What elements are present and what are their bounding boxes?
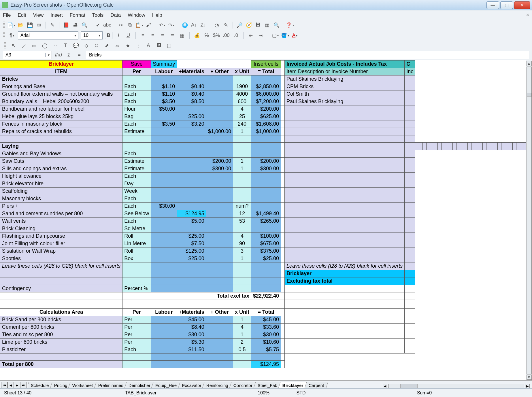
- invoice-cell[interactable]: [405, 195, 415, 203]
- stars-icon[interactable]: ★: [124, 42, 131, 49]
- sheet-tab[interactable]: Preliminaries: [94, 382, 127, 388]
- invoice-cell[interactable]: [285, 180, 405, 188]
- vertical-scrollbar[interactable]: ▲ ▼: [526, 60, 532, 380]
- underline-button[interactable]: U: [124, 32, 132, 39]
- close-button[interactable]: ✕: [514, 1, 530, 9]
- decrease-indent-icon[interactable]: ⇤: [247, 32, 254, 39]
- invoice-cell[interactable]: [486, 143, 490, 150]
- freeform-icon[interactable]: 〰: [51, 42, 59, 49]
- sum-icon[interactable]: Σ: [65, 51, 73, 59]
- function-wizard-icon[interactable]: f(x): [55, 51, 62, 59]
- maximize-button[interactable]: ▢: [500, 1, 513, 9]
- find-icon[interactable]: 🔎: [236, 21, 243, 29]
- font-color-icon[interactable]: A: [291, 32, 299, 39]
- invoice-cell[interactable]: [405, 113, 415, 120]
- line-icon[interactable]: ／: [20, 42, 28, 49]
- invoice-cell[interactable]: [285, 203, 405, 210]
- menu-window[interactable]: Window: [128, 12, 145, 18]
- invoice-cell[interactable]: [405, 324, 415, 331]
- invoice-cell[interactable]: [405, 143, 415, 150]
- add-decimal-icon[interactable]: .00: [222, 32, 230, 39]
- remove-decimal-icon[interactable]: .0: [232, 32, 240, 39]
- copy-icon[interactable]: ⧉: [126, 21, 134, 29]
- invoice-cell[interactable]: [285, 158, 405, 165]
- invoice-cell[interactable]: [405, 158, 415, 165]
- invoice-cell[interactable]: [405, 180, 415, 188]
- menu-view[interactable]: View: [33, 12, 44, 18]
- minimize-button[interactable]: —: [486, 1, 499, 9]
- sort-asc-icon[interactable]: A↓: [190, 21, 198, 29]
- scroll-left-icon[interactable]: ◀: [383, 384, 387, 388]
- print-icon[interactable]: 🖶: [71, 21, 79, 29]
- sheet-tab[interactable]: Excavator: [178, 382, 205, 388]
- invoice-cell[interactable]: Leave these cells (I28 to N28) blank for…: [285, 262, 405, 270]
- invoice-cell[interactable]: [405, 210, 415, 218]
- extrusion-icon[interactable]: ⬚: [165, 42, 173, 49]
- invoice-cell[interactable]: [285, 165, 405, 173]
- sheet-tab[interactable]: Worksheet: [68, 382, 97, 388]
- invoice-cell[interactable]: Col Smith: [285, 90, 405, 98]
- from-file-icon[interactable]: 🖼: [155, 42, 163, 49]
- invoice-cell[interactable]: [405, 285, 415, 292]
- invoice-cell[interactable]: [285, 195, 405, 203]
- menu-edit[interactable]: Edit: [18, 12, 26, 18]
- invoice-cell[interactable]: [516, 143, 520, 150]
- invoice-cell[interactable]: [405, 331, 415, 339]
- invoice-cell[interactable]: Bricklayer: [285, 270, 405, 277]
- invoice-cell[interactable]: [405, 309, 415, 316]
- invoice-cell[interactable]: [285, 225, 405, 232]
- align-justify-icon[interactable]: ≣: [169, 32, 176, 39]
- sheet-tab[interactable]: Demolisher: [124, 382, 154, 388]
- invoice-cell[interactable]: [460, 143, 464, 150]
- invoice-cell[interactable]: [442, 143, 445, 150]
- invoice-cell[interactable]: [479, 143, 483, 150]
- select-icon[interactable]: ↖: [10, 42, 17, 49]
- rect-icon[interactable]: ▭: [31, 42, 38, 49]
- invoice-cell[interactable]: [285, 316, 405, 324]
- spellcheck-icon[interactable]: ✔: [94, 21, 102, 29]
- invoice-cell[interactable]: [405, 225, 415, 232]
- tab-last-icon[interactable]: ⏭: [20, 382, 27, 388]
- function-icon[interactable]: =: [76, 51, 83, 59]
- invoice-cell[interactable]: [405, 173, 415, 180]
- invoice-cell[interactable]: [285, 150, 405, 158]
- scroll-right-icon[interactable]: ▶: [525, 384, 530, 388]
- autospell-icon[interactable]: abc: [103, 21, 111, 29]
- hyperlink-icon[interactable]: 🌐: [181, 21, 188, 29]
- invoice-cell[interactable]: [405, 247, 415, 255]
- help-icon[interactable]: ❓: [286, 21, 294, 29]
- tab-next-icon[interactable]: ▶: [14, 382, 20, 388]
- invoice-cell[interactable]: [285, 128, 405, 135]
- sheet-tab[interactable]: Concretor: [229, 382, 257, 388]
- invoice-cell[interactable]: [285, 346, 405, 353]
- sheet-tab[interactable]: Schedule: [28, 382, 53, 388]
- close-doc-button[interactable]: ×: [526, 12, 529, 18]
- invoice-cell[interactable]: [405, 135, 415, 143]
- invoice-cell[interactable]: Excluding tax total: [285, 277, 405, 285]
- pdf-icon[interactable]: 📕: [62, 21, 70, 29]
- invoice-cell[interactable]: [445, 143, 449, 150]
- invoice-cell[interactable]: [285, 218, 405, 225]
- formula-input[interactable]: Bricks: [86, 51, 529, 59]
- invoice-cell[interactable]: [405, 346, 415, 353]
- invoice-cell[interactable]: [405, 120, 415, 128]
- save-button[interactable]: Save: [122, 61, 151, 68]
- invoice-cell[interactable]: [438, 143, 442, 150]
- invoice-cell[interactable]: [483, 143, 486, 150]
- menu-data[interactable]: Data: [110, 12, 121, 18]
- invoice-cell[interactable]: [285, 240, 405, 247]
- invoice-cell[interactable]: [501, 143, 505, 150]
- invoice-cell[interactable]: [434, 143, 438, 150]
- increase-indent-icon[interactable]: ⇥: [257, 32, 264, 39]
- invoice-cell[interactable]: [285, 285, 405, 292]
- symbol-shapes-icon[interactable]: ☺: [93, 42, 100, 49]
- invoice-cell[interactable]: [405, 90, 415, 98]
- invoice-cell[interactable]: [471, 143, 475, 150]
- menu-file[interactable]: File: [3, 12, 11, 18]
- invoice-cell[interactable]: [464, 143, 468, 150]
- borders-icon[interactable]: ▢: [271, 32, 279, 39]
- ellipse-icon[interactable]: ◯: [41, 42, 48, 49]
- tab-first-icon[interactable]: ⏮: [1, 382, 7, 388]
- align-left-icon[interactable]: ≡: [139, 32, 147, 39]
- section-laying[interactable]: Laying: [0, 143, 122, 150]
